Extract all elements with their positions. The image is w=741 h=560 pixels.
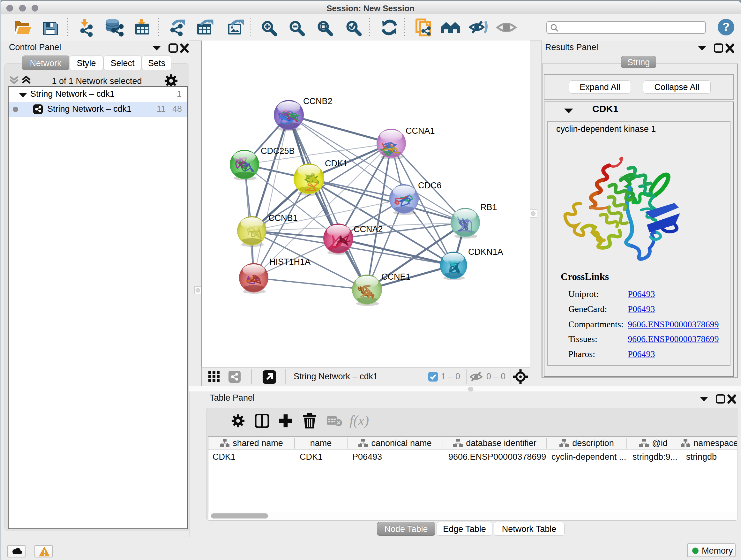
svg-text:CCNB1: CCNB1 [268,213,298,223]
svg-text:CCNA1: CCNA1 [406,126,435,136]
svg-text:CCNE1: CCNE1 [381,272,411,282]
svg-text:HIST1H1A: HIST1H1A [269,257,311,266]
svg-text:CCNA2: CCNA2 [354,225,383,234]
svg-text:RB1: RB1 [480,202,497,212]
svg-text:CDK1: CDK1 [325,159,348,168]
svg-text:CCNB2: CCNB2 [303,97,333,106]
svg-text:CDKN1A: CDKN1A [468,247,503,257]
svg-text:CDC6: CDC6 [418,181,442,190]
svg-text:CDC25B: CDC25B [261,146,295,156]
